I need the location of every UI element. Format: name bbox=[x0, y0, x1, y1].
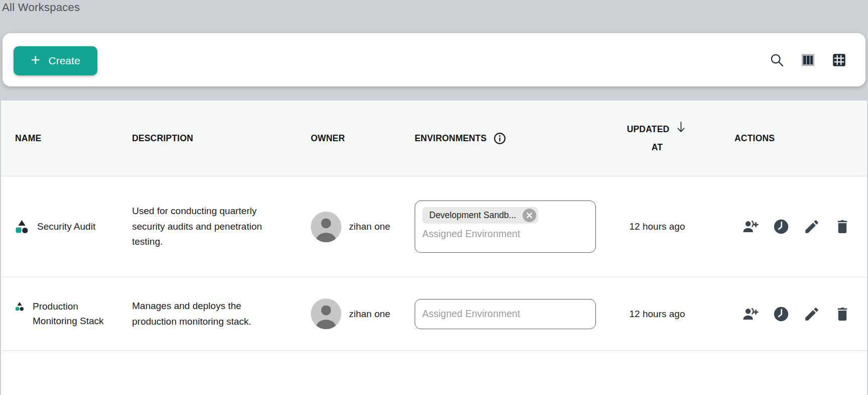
close-icon bbox=[526, 212, 533, 219]
owner-avatar bbox=[311, 212, 341, 242]
edit-button[interactable] bbox=[803, 306, 820, 323]
workspaces-table: NAME DESCRIPTION OWNER ENVIRONMENTS UPDA… bbox=[1, 101, 867, 395]
person-add-icon bbox=[742, 306, 759, 323]
grid-view-icon[interactable] bbox=[831, 52, 847, 68]
owner-name: zihan one bbox=[349, 221, 390, 232]
workspace-name-cell: Production Monitoring Stack bbox=[15, 300, 132, 328]
pencil-icon bbox=[803, 218, 820, 235]
column-header-environments: ENVIRONMENTS bbox=[415, 132, 600, 145]
environments-header-label: ENVIRONMENTS bbox=[415, 133, 486, 144]
trash-icon bbox=[834, 218, 851, 235]
environments-input[interactable]: Development Sandb... Assigned Environmen… bbox=[415, 201, 596, 253]
chip-label: Development Sandb... bbox=[429, 210, 516, 221]
owner-cell: zihan one bbox=[311, 299, 415, 329]
create-button-label: Create bbox=[49, 55, 80, 67]
person-add-icon bbox=[742, 218, 759, 235]
owner-avatar bbox=[311, 299, 341, 329]
history-button[interactable] bbox=[773, 306, 790, 323]
column-header-description: DESCRIPTION bbox=[132, 133, 311, 144]
workspace-icon bbox=[15, 220, 29, 234]
column-header-updated-at[interactable]: UPDATED AT bbox=[600, 124, 714, 153]
pencil-icon bbox=[803, 306, 820, 323]
search-icon[interactable] bbox=[769, 52, 785, 68]
updated-at: 12 hours ago bbox=[600, 309, 714, 320]
info-icon[interactable] bbox=[493, 132, 507, 145]
column-header-actions: ACTIONS bbox=[734, 133, 867, 144]
sort-descending-icon[interactable] bbox=[675, 121, 687, 134]
add-user-button[interactable] bbox=[742, 306, 759, 323]
updated-at-label-line2: AT bbox=[652, 142, 663, 153]
updated-at-label-line1: UPDATED bbox=[627, 124, 670, 135]
environments-input[interactable]: Assigned Environment bbox=[415, 299, 596, 329]
add-user-button[interactable] bbox=[742, 218, 759, 235]
environments-cell: Assigned Environment bbox=[415, 299, 600, 329]
environments-cell: Development Sandb... Assigned Environmen… bbox=[415, 201, 600, 253]
workspace-description: Used for conducting quarterly security a… bbox=[132, 204, 271, 250]
toolbar-icons bbox=[769, 33, 847, 86]
owner-cell: zihan one bbox=[311, 212, 415, 242]
toolbar-card: + Create bbox=[3, 33, 865, 86]
delete-button[interactable] bbox=[834, 306, 851, 323]
owner-name: zihan one bbox=[349, 309, 390, 320]
environment-placeholder: Assigned Environment bbox=[422, 228, 588, 240]
workspace-description: Manages and deploys the production monit… bbox=[132, 299, 260, 330]
environment-chip[interactable]: Development Sandb... bbox=[422, 207, 538, 224]
environment-placeholder: Assigned Environment bbox=[422, 308, 520, 320]
create-button[interactable]: + Create bbox=[14, 46, 97, 75]
workspace-name: Production Monitoring Stack bbox=[33, 300, 113, 328]
workspace-name: Security Audit bbox=[37, 220, 95, 234]
workspace-name-cell: Security Audit bbox=[15, 220, 132, 234]
clock-icon bbox=[773, 218, 790, 235]
clock-icon bbox=[773, 306, 790, 323]
actions-cell bbox=[742, 306, 867, 323]
history-button[interactable] bbox=[773, 218, 790, 235]
updated-at: 12 hours ago bbox=[600, 221, 714, 232]
table-row: Security Audit Used for conducting quart… bbox=[1, 176, 867, 277]
column-header-name: NAME bbox=[15, 133, 132, 144]
trash-icon bbox=[834, 306, 851, 323]
delete-button[interactable] bbox=[834, 218, 851, 235]
workspace-icon bbox=[15, 302, 24, 312]
actions-cell bbox=[742, 218, 867, 235]
edit-button[interactable] bbox=[803, 218, 820, 235]
column-header-owner: OWNER bbox=[311, 133, 415, 144]
page-title: All Workspaces bbox=[2, 1, 80, 14]
view-column-icon[interactable] bbox=[800, 52, 816, 68]
table-row: Production Monitoring Stack Manages and … bbox=[1, 277, 867, 351]
chip-remove-button[interactable] bbox=[523, 209, 536, 222]
table-header: NAME DESCRIPTION OWNER ENVIRONMENTS UPDA… bbox=[1, 101, 867, 176]
